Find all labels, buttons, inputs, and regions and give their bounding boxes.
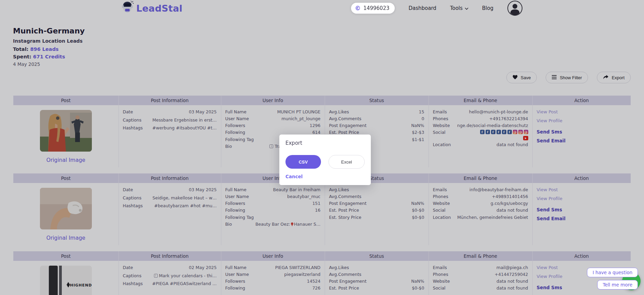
chat-bubble-more[interactable]: Tell me more — [597, 280, 638, 290]
credits-count: 14996023 — [363, 5, 389, 11]
cancel-link[interactable]: Cancel — [285, 174, 303, 179]
export-modal-title: Export — [285, 140, 365, 146]
export-modal: Export CSV Excel Cancel — [279, 135, 371, 185]
chat-bubble-question[interactable]: I have a question — [587, 268, 638, 277]
credits-coin-icon — [355, 5, 361, 11]
csv-button[interactable]: CSV — [285, 155, 321, 169]
credits-badge[interactable]: 14996023 — [351, 3, 395, 14]
excel-button[interactable]: Excel — [328, 155, 365, 169]
